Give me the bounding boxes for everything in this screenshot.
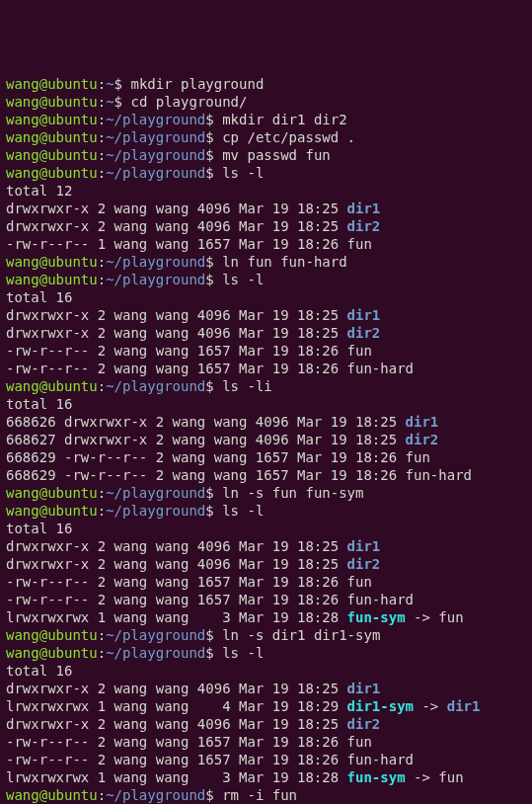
dir-name: dir1 [347, 201, 381, 216]
prompt-userhost: wang@ubuntu [6, 165, 98, 181]
command-text: ls -l [222, 165, 264, 181]
output-line: -rw-r--r-- 2 wang wang 1657 Mar 19 18:26… [6, 591, 526, 608]
prompt-path: ~ [106, 94, 114, 110]
prompt-userhost: wang@ubuntu [6, 485, 98, 501]
prompt-userhost: wang@ubuntu [6, 645, 98, 661]
output-line: lrwxrwxrwx 1 wang wang 3 Mar 19 18:28 fu… [6, 768, 526, 786]
symlink-name: dir1-sym [347, 698, 414, 714]
prompt-line[interactable]: wang@ubuntu:~/playground$ ls -l [6, 164, 526, 182]
output-line: -rw-r--r-- 2 wang wang 1657 Mar 19 18:26… [6, 733, 526, 751]
output-line: -rw-r--r-- 2 wang wang 1657 Mar 19 18:26… [6, 573, 526, 591]
output-line: drwxrwxr-x 2 wang wang 4096 Mar 19 18:25… [6, 537, 526, 555]
output-line: total 16 [6, 395, 526, 413]
prompt-path: ~/playground [106, 129, 205, 145]
output-line: drwxrwxr-x 2 wang wang 4096 Mar 19 18:25… [6, 200, 526, 217]
prompt-line[interactable]: wang@ubuntu:~/playground$ ls -l [6, 271, 526, 288]
prompt-path: ~/playground [106, 787, 205, 803]
output-line: 668629 -rw-r--r-- 2 wang wang 1657 Mar 1… [6, 466, 526, 484]
output-line: drwxrwxr-x 2 wang wang 4096 Mar 19 18:25… [6, 217, 526, 235]
command-text: cp /etc/passwd . [222, 129, 355, 145]
dir-name: dir2 [347, 556, 381, 572]
prompt-userhost: wang@ubuntu [6, 254, 98, 270]
prompt-userhost: wang@ubuntu [6, 503, 98, 519]
dir-name: dir2 [347, 218, 381, 234]
output-line: total 12 [6, 182, 526, 200]
terminal-output[interactable]: wang@ubuntu:~$ mkdir playgroundwang@ubun… [6, 75, 526, 804]
dir-name: dir1 [447, 698, 481, 714]
output-line: total 16 [6, 288, 526, 306]
prompt-line[interactable]: wang@ubuntu:~$ mkdir playground [6, 75, 526, 93]
prompt-userhost: wang@ubuntu [6, 627, 98, 643]
command-text: ln -s dir1 dir1-sym [222, 627, 380, 643]
prompt-path: ~/playground [106, 147, 205, 163]
dir-name: dir1 [347, 307, 381, 323]
dir-name: dir1 [347, 681, 381, 696]
prompt-userhost: wang@ubuntu [6, 272, 98, 287]
prompt-path: ~/playground [106, 645, 205, 661]
output-line: drwxrwxr-x 2 wang wang 4096 Mar 19 18:25… [6, 555, 526, 573]
prompt-line[interactable]: wang@ubuntu:~/playground$ ln fun fun-har… [6, 253, 526, 271]
output-line: total 16 [6, 662, 526, 680]
command-text: rm -i fun [222, 787, 297, 803]
prompt-path: ~/playground [106, 254, 205, 270]
dir-name: dir2 [347, 716, 381, 732]
output-line: -rw-r--r-- 2 wang wang 1657 Mar 19 18:26… [6, 751, 526, 768]
dir-name: dir1 [347, 538, 381, 554]
prompt-path: ~ [106, 76, 114, 92]
dir-name: dir2 [347, 325, 381, 341]
prompt-line[interactable]: wang@ubuntu:~/playground$ ls -l [6, 644, 526, 662]
command-text: ln fun fun-hard [222, 254, 346, 270]
prompt-line[interactable]: wang@ubuntu:~/playground$ ls -li [6, 377, 526, 395]
output-line: 668629 -rw-r--r-- 2 wang wang 1657 Mar 1… [6, 448, 526, 466]
symlink-name: fun-sym [347, 609, 406, 625]
prompt-line[interactable]: wang@ubuntu:~/playground$ ls -l [6, 502, 526, 520]
prompt-path: ~/playground [106, 272, 205, 287]
output-line: 668626 drwxrwxr-x 2 wang wang 4096 Mar 1… [6, 413, 526, 431]
output-line: total 16 [6, 520, 526, 537]
command-text: mv passwd fun [222, 147, 331, 163]
prompt-line[interactable]: wang@ubuntu:~/playground$ rm -i fun [6, 786, 526, 804]
prompt-userhost: wang@ubuntu [6, 147, 98, 163]
prompt-line[interactable]: wang@ubuntu:~/playground$ mkdir dir1 dir… [6, 111, 526, 128]
command-text: ls -l [222, 272, 264, 287]
prompt-userhost: wang@ubuntu [6, 378, 98, 394]
prompt-userhost: wang@ubuntu [6, 94, 98, 110]
prompt-line[interactable]: wang@ubuntu:~/playground$ cp /etc/passwd… [6, 128, 526, 146]
prompt-userhost: wang@ubuntu [6, 129, 98, 145]
dir-name: dir1 [406, 414, 439, 430]
prompt-path: ~/playground [106, 485, 205, 501]
prompt-line[interactable]: wang@ubuntu:~/playground$ ln -s dir1 dir… [6, 626, 526, 644]
prompt-userhost: wang@ubuntu [6, 112, 98, 127]
output-line: drwxrwxr-x 2 wang wang 4096 Mar 19 18:25… [6, 680, 526, 697]
command-text: mkdir dir1 dir2 [222, 112, 346, 127]
output-line: drwxrwxr-x 2 wang wang 4096 Mar 19 18:25… [6, 324, 526, 342]
command-text: mkdir playground [130, 76, 264, 92]
output-line: -rw-r--r-- 1 wang wang 1657 Mar 19 18:26… [6, 235, 526, 253]
prompt-path: ~/playground [106, 627, 205, 643]
prompt-userhost: wang@ubuntu [6, 76, 98, 92]
command-text: ls -li [222, 378, 272, 394]
prompt-userhost: wang@ubuntu [6, 787, 98, 803]
prompt-path: ~/playground [106, 112, 205, 127]
output-line: -rw-r--r-- 2 wang wang 1657 Mar 19 18:26… [6, 360, 526, 377]
prompt-line[interactable]: wang@ubuntu:~$ cd playground/ [6, 93, 526, 111]
output-line: 668627 drwxrwxr-x 2 wang wang 4096 Mar 1… [6, 431, 526, 448]
output-line: lrwxrwxrwx 1 wang wang 3 Mar 19 18:28 fu… [6, 608, 526, 626]
command-text: ln -s fun fun-sym [222, 485, 363, 501]
command-text: ls -l [222, 645, 264, 661]
output-line: lrwxrwxrwx 1 wang wang 4 Mar 19 18:29 di… [6, 697, 526, 715]
symlink-name: fun-sym [347, 769, 406, 785]
prompt-path: ~/playground [106, 378, 205, 394]
prompt-path: ~/playground [106, 503, 205, 519]
output-line: drwxrwxr-x 2 wang wang 4096 Mar 19 18:25… [6, 715, 526, 733]
prompt-line[interactable]: wang@ubuntu:~/playground$ mv passwd fun [6, 146, 526, 164]
prompt-path: ~/playground [106, 165, 205, 181]
output-line: drwxrwxr-x 2 wang wang 4096 Mar 19 18:25… [6, 306, 526, 324]
command-text: ls -l [222, 503, 264, 519]
prompt-line[interactable]: wang@ubuntu:~/playground$ ln -s fun fun-… [6, 484, 526, 502]
output-line: -rw-r--r-- 2 wang wang 1657 Mar 19 18:26… [6, 342, 526, 360]
command-text: cd playground/ [130, 94, 247, 110]
dir-name: dir2 [406, 432, 439, 447]
